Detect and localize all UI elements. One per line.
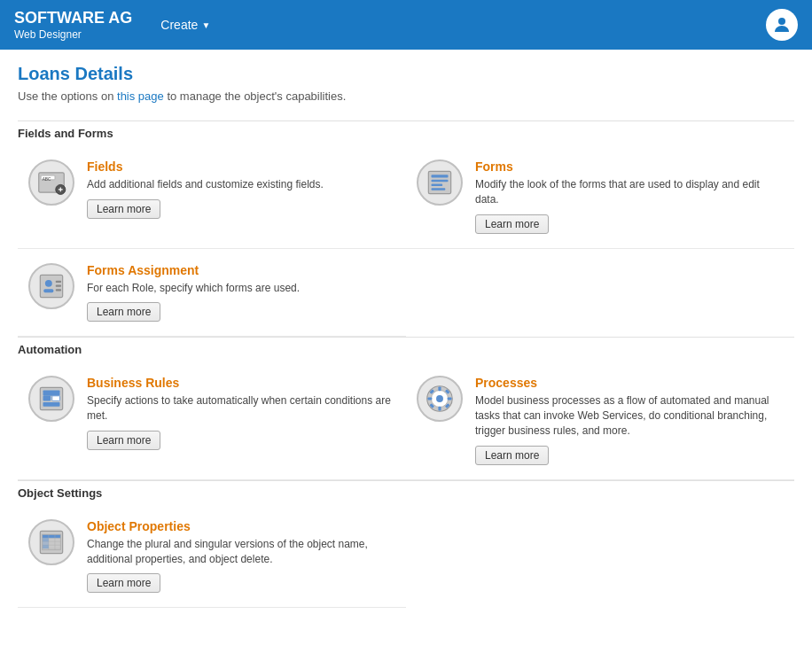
object-properties-learn-more-button[interactable]: Learn more xyxy=(87,573,160,593)
object-properties-desc: Change the plural and singular versions … xyxy=(87,537,395,567)
forms-assignment-icon xyxy=(35,269,68,303)
header: SOFTWARE AG Web Designer Create ▼ xyxy=(0,0,812,50)
svg-point-0 xyxy=(778,18,785,25)
brand-name: SOFTWARE AG xyxy=(14,9,132,27)
section-automation: Automation Business Rules Specify action… xyxy=(18,337,794,479)
processes-content: Processes Model business processes as a … xyxy=(475,376,784,464)
svg-text:ABC: ABC xyxy=(43,177,51,182)
subtitle-pre: Use the options on xyxy=(18,89,117,103)
chevron-down-icon: ▼ xyxy=(201,20,210,30)
forms-icon-wrapper xyxy=(417,159,463,206)
brand-sub: Web Designer xyxy=(14,28,82,41)
forms-assignment-desc: For each Role, specify which forms are u… xyxy=(87,281,300,296)
brand: SOFTWARE AG Web Designer xyxy=(14,9,132,41)
page-subtitle: Use the options on this page to manage t… xyxy=(18,89,794,103)
object-settings-grid: Object Properties Change the plural and … xyxy=(18,505,794,609)
processes-desc: Model business processes as a flow of au… xyxy=(475,393,784,438)
create-button[interactable]: Create ▼ xyxy=(160,18,210,32)
business-rules-learn-more-button[interactable]: Learn more xyxy=(87,431,160,450)
section-header-fields-and-forms: Fields and Forms xyxy=(18,120,794,145)
svg-rect-43 xyxy=(43,541,49,545)
svg-rect-28 xyxy=(428,398,433,400)
fields-title: Fields xyxy=(87,159,324,174)
forms-title: Forms xyxy=(475,159,784,174)
page-content: Loans Details Use the options on this pa… xyxy=(0,50,812,622)
forms-assignment-icon-wrapper xyxy=(28,263,74,309)
forms-content: Forms Modify the look of the forms that … xyxy=(475,159,784,234)
forms-assignment-title: Forms Assignment xyxy=(87,263,300,277)
fields-icon: ABC xyxy=(35,166,68,199)
object-properties-icon-wrapper xyxy=(28,519,74,565)
svg-rect-17 xyxy=(56,289,61,291)
business-rules-icon-wrapper xyxy=(28,376,74,422)
svg-rect-11 xyxy=(432,188,446,190)
object-properties-content: Object Properties Change the plural and … xyxy=(87,519,395,594)
create-label: Create xyxy=(160,18,198,32)
section-header-automation: Automation xyxy=(18,337,794,361)
fields-desc: Add additional fields and customize exis… xyxy=(87,177,324,192)
svg-rect-42 xyxy=(43,538,49,541)
svg-rect-20 xyxy=(43,396,51,401)
business-rules-desc: Specify actions to take automatically wh… xyxy=(87,393,395,424)
svg-rect-44 xyxy=(43,545,49,548)
fields-learn-more-button[interactable]: Learn more xyxy=(87,199,160,219)
forms-desc: Modify the look of the forms that are us… xyxy=(475,177,784,207)
fields-content: Fields Add additional fields and customi… xyxy=(87,159,324,219)
svg-point-25 xyxy=(436,395,443,402)
svg-rect-8 xyxy=(432,175,449,177)
fields-item: ABC Fields Add additional fields and cus… xyxy=(18,145,406,249)
business-rules-title: Business Rules xyxy=(87,376,395,390)
svg-rect-27 xyxy=(438,407,441,411)
svg-rect-10 xyxy=(432,184,443,186)
forms-icon xyxy=(423,166,457,199)
automation-grid: Business Rules Specify actions to take a… xyxy=(18,361,794,479)
svg-rect-21 xyxy=(52,396,60,401)
svg-rect-19 xyxy=(43,391,60,396)
processes-title: Processes xyxy=(475,376,784,390)
svg-rect-14 xyxy=(43,289,53,292)
svg-rect-9 xyxy=(432,180,449,182)
forms-assignment-learn-more-button[interactable]: Learn more xyxy=(87,302,160,322)
svg-rect-7 xyxy=(428,171,450,193)
this-page-link[interactable]: this page xyxy=(117,89,164,103)
processes-item: Processes Model business processes as a … xyxy=(406,361,794,479)
svg-rect-22 xyxy=(43,402,60,407)
forms-item: Forms Modify the look of the forms that … xyxy=(406,145,794,249)
business-rules-content: Business Rules Specify actions to take a… xyxy=(87,376,395,450)
object-properties-icon xyxy=(35,525,68,559)
forms-assignment-content: Forms Assignment For each Role, specify … xyxy=(87,263,300,323)
subtitle-post: to manage the object's capabilities. xyxy=(164,89,347,103)
svg-rect-26 xyxy=(438,387,441,392)
svg-point-13 xyxy=(45,279,52,286)
processes-icon-wrapper xyxy=(417,376,463,422)
section-fields-and-forms: Fields and Forms ABC Fields Add ad xyxy=(18,120,794,337)
svg-rect-15 xyxy=(56,280,61,282)
svg-rect-29 xyxy=(448,398,452,400)
business-rules-item: Business Rules Specify actions to take a… xyxy=(18,361,406,479)
fields-icon-wrapper: ABC xyxy=(28,159,74,206)
forms-learn-more-button[interactable]: Learn more xyxy=(475,214,549,234)
processes-learn-more-button[interactable]: Learn more xyxy=(475,446,549,465)
forms-assignment-item: Forms Assignment For each Role, specify … xyxy=(18,249,406,338)
svg-rect-35 xyxy=(43,534,61,538)
fields-forms-grid: ABC Fields Add additional fields and cus… xyxy=(18,145,794,337)
object-properties-item: Object Properties Change the plural and … xyxy=(18,505,406,609)
business-rules-icon xyxy=(35,382,68,416)
svg-rect-16 xyxy=(56,284,61,286)
person-icon xyxy=(771,14,792,35)
processes-icon xyxy=(423,382,457,416)
avatar[interactable] xyxy=(766,9,798,41)
section-header-object-settings: Object Settings xyxy=(18,480,794,505)
object-properties-title: Object Properties xyxy=(87,519,395,533)
section-object-settings: Object Settings xyxy=(18,480,794,609)
page-title: Loans Details xyxy=(18,64,794,84)
